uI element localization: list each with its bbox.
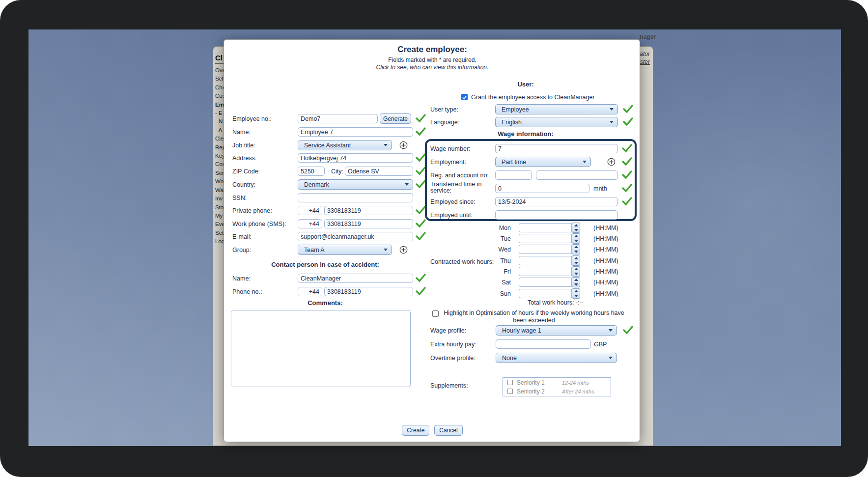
overtime-profile-label: Overtime profile: (430, 355, 476, 362)
hours-input-mon[interactable] (519, 223, 572, 232)
screenshot-root: { "background": { "logo_fragment": "nage… (0, 0, 868, 477)
email-input[interactable] (298, 232, 413, 241)
hours-stepper-wed[interactable] (572, 244, 580, 254)
step-up-icon[interactable] (574, 290, 578, 292)
country-label: Country: (232, 181, 255, 188)
step-down-icon[interactable] (574, 262, 578, 264)
employed-since-input[interactable] (495, 197, 618, 206)
address-input[interactable] (298, 153, 413, 163)
seniority-2-checkbox[interactable] (507, 389, 513, 394)
transferred-time-label: Transferred time in service: (430, 181, 493, 194)
extra-hourly-pay-input[interactable] (496, 339, 591, 349)
user-type-label: User type: (430, 106, 458, 113)
reg-no-input[interactable] (495, 170, 532, 180)
wage-profile-dropdown[interactable]: Hourly wage 1 (496, 325, 617, 336)
currency-label: GBP (594, 341, 607, 348)
job-title-value: Service Assistant (304, 142, 351, 149)
hours-input-fri[interactable] (519, 267, 572, 276)
name-input[interactable] (298, 127, 413, 137)
comments-textarea[interactable] (231, 310, 411, 387)
job-title-label: Job title: (232, 142, 255, 149)
country-dropdown[interactable]: Denmark (298, 179, 413, 190)
user-type-dropdown[interactable]: Employee (495, 104, 618, 114)
wage-profile-label: Wage profile: (430, 327, 466, 334)
step-down-icon[interactable] (574, 273, 578, 275)
add-job-title-icon[interactable] (399, 141, 408, 149)
private-phone-input[interactable] (324, 206, 413, 215)
hours-stepper-sat[interactable] (572, 277, 580, 287)
step-up-icon[interactable] (574, 246, 578, 248)
hours-stepper-tue[interactable] (572, 233, 580, 244)
hours-input-tue[interactable] (519, 234, 572, 243)
ssn-label: SSN: (232, 195, 247, 201)
employed-until-label: Employed until: (430, 212, 472, 219)
wage-number-input[interactable] (495, 144, 618, 153)
valid-check-icon (416, 274, 426, 282)
valid-check-icon (416, 167, 426, 175)
step-down-icon[interactable] (574, 283, 578, 286)
employment-dropdown[interactable]: Part time (495, 157, 591, 167)
private-phone-prefix-input[interactable] (298, 206, 322, 215)
grant-access-checkbox[interactable] (461, 94, 468, 100)
add-group-icon[interactable] (399, 246, 408, 254)
chevron-down-icon (609, 329, 613, 332)
format-hint: (HH:MM) (593, 268, 618, 275)
hours-input-thu[interactable] (519, 256, 572, 265)
employee-no-input[interactable] (298, 114, 378, 123)
hours-input-wed[interactable] (519, 245, 572, 254)
work-phone-input[interactable] (324, 219, 413, 228)
employed-until-input[interactable] (495, 210, 618, 220)
generate-button[interactable]: Generate (380, 113, 411, 124)
account-no-input[interactable] (536, 170, 618, 180)
city-label: City: (331, 168, 343, 175)
step-down-icon[interactable] (574, 229, 578, 231)
job-title-dropdown[interactable]: Service Assistant (298, 140, 392, 150)
highlight-optimisation-checkbox[interactable] (432, 310, 439, 317)
step-up-icon[interactable] (574, 268, 578, 270)
contact-name-input[interactable] (298, 274, 413, 283)
visibility-info-link[interactable]: Click to see, who can view this informat… (224, 64, 641, 71)
step-up-icon[interactable] (574, 235, 578, 237)
step-down-icon[interactable] (574, 295, 578, 297)
hours-stepper-sun[interactable] (572, 288, 580, 299)
account-link-fragment[interactable]: ster (640, 58, 650, 65)
cancel-button[interactable]: Cancel (434, 425, 462, 436)
seniority-2-label: Seniority 2 (517, 388, 545, 395)
add-employment-icon[interactable] (607, 158, 616, 166)
chevron-down-icon (405, 183, 409, 186)
contact-phone-prefix-input[interactable] (298, 287, 322, 296)
ssn-input[interactable] (298, 193, 413, 202)
hours-stepper-mon[interactable] (572, 223, 580, 233)
step-up-icon[interactable] (574, 224, 578, 226)
address-label: Address: (232, 155, 256, 162)
employment-label: Employment: (430, 159, 466, 166)
city-input[interactable] (345, 167, 413, 176)
step-down-icon[interactable] (574, 240, 578, 242)
day-label-thu: Thu (491, 257, 511, 264)
hours-input-sat[interactable] (519, 278, 572, 287)
transferred-time-input[interactable] (495, 184, 589, 193)
group-dropdown[interactable]: Team A (298, 245, 392, 255)
contact-phone-input[interactable] (324, 287, 413, 296)
valid-check-icon (416, 153, 426, 162)
hours-stepper-fri[interactable] (572, 266, 580, 277)
overtime-profile-value: None (502, 355, 517, 362)
hours-stepper-thu[interactable] (572, 255, 580, 266)
valid-check-icon (623, 326, 634, 335)
zip-code-input[interactable] (298, 167, 325, 176)
step-up-icon[interactable] (574, 257, 578, 259)
zip-code-label: ZIP Code: (232, 168, 260, 175)
language-value: English (502, 119, 522, 126)
chevron-down-icon (583, 161, 587, 163)
seniority-1-checkbox[interactable] (507, 380, 513, 385)
create-button[interactable]: Create (402, 425, 429, 436)
valid-check-icon (622, 157, 633, 166)
work-phone-label: Work phone (SMS): (232, 221, 286, 227)
overtime-profile-dropdown[interactable]: None (496, 353, 617, 363)
language-dropdown[interactable]: English (495, 117, 618, 127)
format-hint: (HH:MM) (593, 290, 618, 297)
hours-input-sun[interactable] (519, 289, 572, 298)
work-phone-prefix-input[interactable] (298, 219, 322, 228)
step-up-icon[interactable] (574, 279, 578, 281)
step-down-icon[interactable] (574, 251, 578, 253)
